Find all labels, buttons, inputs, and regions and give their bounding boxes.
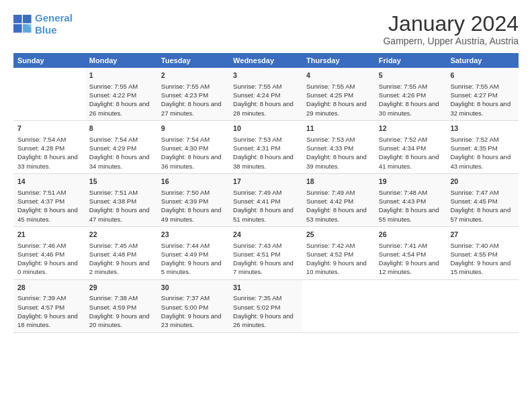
day-number: 31 <box>233 283 298 293</box>
daylight-info: Daylight: 8 hours and 57 minutes. <box>450 205 515 224</box>
day-number: 18 <box>306 177 371 187</box>
sunset-info: Sunset: 4:42 PM <box>306 197 371 205</box>
daylight-info: Daylight: 9 hours and 20 minutes. <box>89 312 153 330</box>
sunset-info: Sunset: 4:28 PM <box>17 144 81 152</box>
logo-icon <box>13 15 32 34</box>
calendar-cell: 19Sunrise: 7:48 AMSunset: 4:43 PMDayligh… <box>375 173 447 226</box>
sunset-info: Sunset: 4:34 PM <box>379 144 443 152</box>
sunset-info: Sunset: 4:43 PM <box>379 197 443 205</box>
daylight-info: Daylight: 8 hours and 51 minutes. <box>233 205 298 224</box>
daylight-info: Daylight: 8 hours and 38 minutes. <box>233 152 298 171</box>
calendar-cell: 14Sunrise: 7:51 AMSunset: 4:37 PMDayligh… <box>13 173 85 226</box>
sunset-info: Sunset: 4:23 PM <box>161 91 225 99</box>
calendar-cell: 7Sunrise: 7:54 AMSunset: 4:28 PMDaylight… <box>13 121 85 174</box>
logo-line2: Blue <box>35 24 57 36</box>
sunrise-info: Sunrise: 7:51 AM <box>89 188 153 197</box>
day-number: 9 <box>161 124 225 134</box>
sunset-info: Sunset: 4:59 PM <box>89 303 153 312</box>
calendar-cell: 15Sunrise: 7:51 AMSunset: 4:38 PMDayligh… <box>85 173 157 226</box>
sunset-info: Sunset: 4:24 PM <box>233 91 298 99</box>
sunrise-info: Sunrise: 7:55 AM <box>379 82 443 91</box>
calendar-cell: 12Sunrise: 7:52 AMSunset: 4:34 PMDayligh… <box>375 121 447 174</box>
calendar-cell <box>446 279 519 332</box>
calendar-cell: 18Sunrise: 7:49 AMSunset: 4:42 PMDayligh… <box>302 173 375 226</box>
header-sunday: Sunday <box>13 53 85 68</box>
sunset-info: Sunset: 4:54 PM <box>379 250 443 259</box>
day-number: 13 <box>450 124 515 134</box>
sunset-info: Sunset: 4:38 PM <box>89 197 153 205</box>
logo-text: General Blue <box>35 12 73 36</box>
logo: General Blue <box>13 12 73 36</box>
sunset-info: Sunset: 4:27 PM <box>450 91 515 99</box>
calendar-week-3: 21Sunrise: 7:46 AMSunset: 4:46 PMDayligh… <box>13 226 519 279</box>
sunrise-info: Sunrise: 7:52 AM <box>379 135 443 144</box>
daylight-info: Daylight: 8 hours and 32 minutes. <box>450 99 515 118</box>
calendar-cell: 29Sunrise: 7:38 AMSunset: 4:59 PMDayligh… <box>85 279 157 332</box>
day-number: 29 <box>89 283 153 293</box>
daylight-info: Daylight: 9 hours and 15 minutes. <box>450 259 515 277</box>
header-friday: Friday <box>375 53 447 68</box>
calendar-week-0: 1Sunrise: 7:55 AMSunset: 4:22 PMDaylight… <box>13 68 519 120</box>
daylight-info: Daylight: 8 hours and 39 minutes. <box>306 152 371 171</box>
sunrise-info: Sunrise: 7:55 AM <box>306 82 371 91</box>
sunset-info: Sunset: 4:49 PM <box>161 250 225 259</box>
calendar-cell: 2Sunrise: 7:55 AMSunset: 4:23 PMDaylight… <box>157 68 229 120</box>
calendar-cell: 8Sunrise: 7:54 AMSunset: 4:29 PMDaylight… <box>85 121 157 174</box>
sunrise-info: Sunrise: 7:42 AM <box>306 241 371 250</box>
daylight-info: Daylight: 9 hours and 18 minutes. <box>17 312 81 330</box>
day-number: 14 <box>17 177 81 187</box>
daylight-info: Daylight: 9 hours and 0 minutes. <box>17 259 81 277</box>
calendar-cell: 22Sunrise: 7:45 AMSunset: 4:48 PMDayligh… <box>85 226 157 279</box>
daylight-info: Daylight: 9 hours and 26 minutes. <box>233 312 298 330</box>
sunrise-info: Sunrise: 7:55 AM <box>450 82 515 91</box>
calendar-cell: 31Sunrise: 7:35 AMSunset: 5:02 PMDayligh… <box>229 279 302 332</box>
svg-rect-0 <box>13 15 22 24</box>
sunrise-info: Sunrise: 7:55 AM <box>161 82 225 91</box>
daylight-info: Daylight: 8 hours and 36 minutes. <box>161 152 225 171</box>
day-number: 5 <box>379 71 443 81</box>
sunset-info: Sunset: 4:46 PM <box>17 250 81 259</box>
daylight-info: Daylight: 8 hours and 27 minutes. <box>161 99 225 118</box>
day-number: 4 <box>306 71 371 81</box>
calendar-cell: 30Sunrise: 7:37 AMSunset: 5:00 PMDayligh… <box>157 279 229 332</box>
sunset-info: Sunset: 4:31 PM <box>233 144 298 152</box>
calendar-cell <box>302 279 375 332</box>
calendar-cell <box>375 279 447 332</box>
calendar-week-4: 28Sunrise: 7:39 AMSunset: 4:57 PMDayligh… <box>13 279 519 332</box>
sunrise-info: Sunrise: 7:37 AM <box>161 293 225 302</box>
day-number: 23 <box>161 230 225 240</box>
header-tuesday: Tuesday <box>157 53 229 68</box>
day-number: 7 <box>17 124 81 134</box>
sunrise-info: Sunrise: 7:41 AM <box>379 241 443 250</box>
calendar-cell: 1Sunrise: 7:55 AMSunset: 4:22 PMDaylight… <box>85 68 157 120</box>
sunrise-info: Sunrise: 7:49 AM <box>233 188 298 197</box>
day-number: 3 <box>233 71 298 81</box>
daylight-info: Daylight: 8 hours and 41 minutes. <box>379 152 443 171</box>
month-title: January 2024 <box>383 12 519 36</box>
day-number: 20 <box>450 177 515 187</box>
day-number: 28 <box>17 283 81 293</box>
daylight-info: Daylight: 8 hours and 26 minutes. <box>89 99 153 118</box>
calendar-cell: 9Sunrise: 7:54 AMSunset: 4:30 PMDaylight… <box>157 121 229 174</box>
sunset-info: Sunset: 4:33 PM <box>306 144 371 152</box>
logo-line1: General <box>35 12 73 24</box>
sunrise-info: Sunrise: 7:44 AM <box>161 241 225 250</box>
day-number: 6 <box>450 71 515 81</box>
sunrise-info: Sunrise: 7:47 AM <box>450 188 515 197</box>
sunset-info: Sunset: 4:35 PM <box>450 144 515 152</box>
sunset-info: Sunset: 5:02 PM <box>233 303 298 312</box>
sunrise-info: Sunrise: 7:52 AM <box>450 135 515 144</box>
day-number: 1 <box>89 71 153 81</box>
calendar-cell: 13Sunrise: 7:52 AMSunset: 4:35 PMDayligh… <box>446 121 519 174</box>
daylight-info: Daylight: 8 hours and 28 minutes. <box>233 99 298 118</box>
calendar-cell: 16Sunrise: 7:50 AMSunset: 4:39 PMDayligh… <box>157 173 229 226</box>
sunset-info: Sunset: 4:48 PM <box>89 250 153 259</box>
daylight-info: Daylight: 8 hours and 30 minutes. <box>379 99 443 118</box>
sunrise-info: Sunrise: 7:55 AM <box>233 82 298 91</box>
header: General Blue January 2024 Gampern, Upper… <box>13 12 519 46</box>
day-number: 22 <box>89 230 153 240</box>
calendar-cell: 5Sunrise: 7:55 AMSunset: 4:26 PMDaylight… <box>375 68 447 120</box>
daylight-info: Daylight: 9 hours and 23 minutes. <box>161 312 225 330</box>
sunrise-info: Sunrise: 7:40 AM <box>450 241 515 250</box>
daylight-info: Daylight: 9 hours and 2 minutes. <box>89 259 153 277</box>
